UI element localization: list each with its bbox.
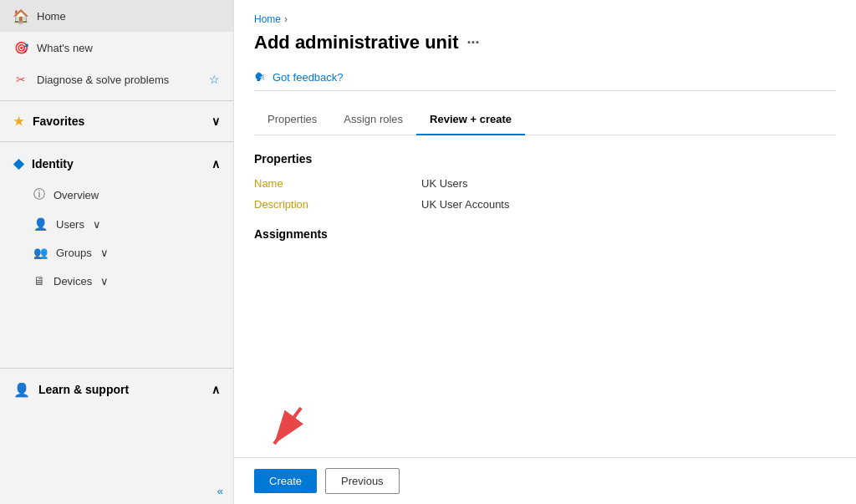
create-button[interactable]: Create (254, 469, 317, 493)
property-row-description: Description UK User Accounts (254, 198, 836, 211)
sidebar-item-groups[interactable]: 👥 Groups ∨ (0, 238, 233, 267)
sidebar-item-home-label: Home (37, 10, 220, 23)
sidebar-item-users[interactable]: 👤 Users ∨ (0, 210, 233, 238)
collapse-icon: « (217, 485, 223, 497)
section-favorites[interactable]: ★ Favorites ∨ (0, 106, 233, 136)
divider-3 (0, 368, 233, 369)
feedback-icon: 🗣 (254, 70, 266, 84)
tab-assign-roles[interactable]: Assign roles (330, 104, 416, 135)
divider-2 (0, 141, 233, 142)
users-chevron: ∨ (93, 218, 101, 231)
feedback-bar[interactable]: 🗣 Got feedback? (254, 64, 836, 91)
devices-chevron: ∨ (100, 275, 109, 288)
sidebar-item-users-label: Users (56, 218, 84, 231)
sidebar-item-devices-label: Devices (54, 275, 92, 288)
breadcrumb: Home › (254, 13, 836, 25)
property-label-name: Name (254, 177, 421, 190)
tab-review-create[interactable]: Review + create (416, 104, 525, 135)
pin-icon: ☆ (209, 73, 220, 86)
section-identity[interactable]: ◆ Identity ∧ (0, 147, 233, 180)
sidebar-item-whats-new-label: What's new (37, 42, 220, 54)
property-value-name: UK Users (421, 177, 468, 190)
sidebar-item-diagnose-label: Diagnose & solve problems (37, 74, 201, 86)
learn-support-icon: 👤 (13, 382, 30, 398)
previous-button[interactable]: Previous (325, 468, 400, 494)
diagnose-icon: ✂ (13, 72, 28, 87)
favorites-chevron: ∨ (211, 115, 220, 128)
ellipsis-menu[interactable]: ··· (466, 34, 479, 52)
tab-assign-roles-label: Assign roles (344, 113, 403, 125)
favorites-icon: ★ (13, 115, 24, 128)
sidebar-item-devices[interactable]: 🖥 Devices ∨ (0, 267, 233, 295)
identity-chevron: ∧ (211, 157, 220, 171)
breadcrumb-separator: › (284, 13, 288, 25)
home-icon: 🏠 (13, 8, 28, 23)
property-label-description: Description (254, 198, 421, 211)
identity-label: Identity (32, 157, 74, 171)
sidebar-item-whats-new[interactable]: 🎯 What's new (0, 32, 233, 64)
sidebar-item-overview[interactable]: ⓘ Overview (0, 180, 233, 210)
tabs: Properties Assign roles Review + create (254, 104, 836, 135)
sidebar-item-groups-label: Groups (56, 247, 92, 259)
arrow-indicator (259, 404, 326, 456)
whats-new-icon: 🎯 (13, 40, 28, 55)
page-title-text: Add administrative unit (254, 32, 458, 53)
sidebar-item-diagnose[interactable]: ✂ Diagnose & solve problems ☆ (0, 64, 233, 95)
groups-chevron: ∨ (100, 247, 109, 259)
main-panel: Home › Add administrative unit ··· 🗣 Got… (234, 0, 856, 504)
main-content: Home › Add administrative unit ··· 🗣 Got… (234, 0, 856, 457)
page-title: Add administrative unit ··· (254, 32, 836, 53)
sidebar-item-home[interactable]: 🏠 Home (0, 0, 233, 32)
properties-section-title: Properties (254, 152, 836, 165)
footer: Create Previous (234, 457, 856, 504)
users-icon: 👤 (33, 217, 48, 231)
groups-icon: 👥 (33, 246, 48, 259)
tab-review-create-label: Review + create (430, 113, 512, 125)
breadcrumb-home[interactable]: Home (254, 13, 281, 25)
collapse-sidebar-button[interactable]: « (0, 478, 233, 504)
overview-icon: ⓘ (33, 187, 45, 202)
section-learn-support[interactable]: 👤 Learn & support ∧ (0, 374, 233, 406)
learn-support-label: Learn & support (38, 383, 129, 396)
devices-icon: 🖥 (33, 274, 45, 288)
sidebar-item-overview-label: Overview (54, 189, 99, 201)
feedback-label: Got feedback? (273, 71, 344, 84)
tab-properties[interactable]: Properties (254, 104, 330, 135)
learn-support-chevron: ∧ (211, 383, 220, 396)
favorites-label: Favorites (33, 115, 84, 128)
assignments-section-title: Assignments (254, 227, 836, 241)
sidebar: 🏠 Home 🎯 What's new ✂ Diagnose & solve p… (0, 0, 234, 504)
tab-properties-label: Properties (268, 113, 317, 125)
svg-line-1 (274, 408, 301, 444)
identity-icon: ◆ (13, 155, 23, 171)
divider-1 (0, 100, 233, 101)
property-value-description: UK User Accounts (421, 198, 510, 211)
property-row-name: Name UK Users (254, 177, 836, 190)
